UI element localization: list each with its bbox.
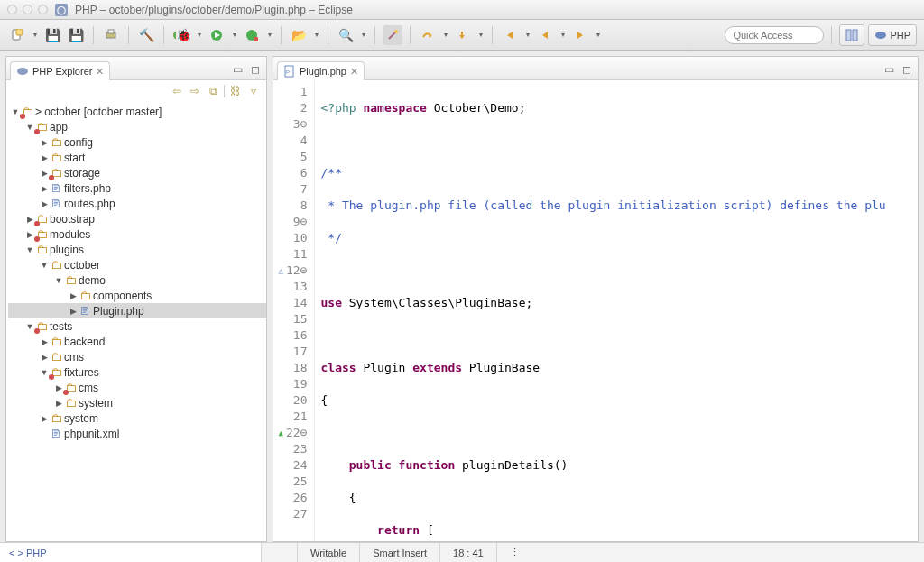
php-perspective-button[interactable]: PHP	[868, 24, 917, 46]
twisty-closed-icon[interactable]: ▶	[39, 199, 50, 208]
tree-item[interactable]: ▼ 🗀 app	[8, 119, 266, 134]
external-tools-button[interactable]	[242, 25, 262, 45]
tree-item[interactable]: ▶ 🗀 cms	[8, 380, 266, 395]
dropdown-icon[interactable]: ▾	[359, 25, 367, 45]
tree-label: system	[79, 397, 113, 410]
nav-back-button[interactable]	[500, 25, 520, 45]
tree-item[interactable]: ▶ 🖹 routes.php	[8, 196, 266, 211]
dropdown-icon[interactable]: ▾	[312, 25, 320, 45]
tab-php-explorer[interactable]: PHP Explorer ✕	[10, 61, 110, 80]
twisty-closed-icon[interactable]: ▶	[68, 307, 79, 316]
view-menu-icon[interactable]: ▿	[246, 84, 261, 98]
step-over-button[interactable]	[418, 25, 438, 45]
close-icon[interactable]: ✕	[96, 66, 104, 78]
tree-item[interactable]: ▶ 🗀 components	[8, 288, 266, 303]
status-cursor: 18 : 41	[440, 543, 497, 562]
nav-fwd-icon[interactable]: ⇨	[188, 84, 202, 98]
dropdown-icon[interactable]: ▾	[265, 25, 273, 45]
twisty-closed-icon[interactable]: ▶	[39, 353, 50, 362]
traffic-close-icon[interactable]	[7, 5, 17, 14]
run-button[interactable]	[207, 25, 226, 45]
nav-back-icon[interactable]: ⇦	[170, 84, 184, 98]
collapse-all-icon[interactable]: ⧉	[206, 84, 220, 98]
tree-item[interactable]: ▶ 🖹 filters.php	[8, 180, 266, 196]
tree-item[interactable]: ▶ 🗀 system	[8, 395, 266, 410]
dropdown-icon[interactable]: ▾	[230, 25, 238, 45]
editor-gutter[interactable]: 123⊖456789⊖1011△12⊖131415161718192021▲22…	[273, 80, 315, 541]
debug-button[interactable]: 🐞	[171, 25, 191, 45]
tree-item[interactable]: ▶ 🗀 storage	[8, 165, 266, 180]
tree-item[interactable]: ▼ 🗀 demo	[8, 272, 266, 288]
tree-label: backend	[64, 336, 105, 348]
maximize-icon[interactable]: ◻	[900, 62, 914, 77]
dropdown-icon[interactable]: ▾	[523, 25, 531, 45]
editor-body[interactable]: 123⊖456789⊖1011△12⊖131415161718192021▲22…	[273, 80, 918, 541]
tree-label: storage	[64, 167, 100, 180]
close-icon[interactable]: ✕	[350, 66, 358, 78]
tree-item[interactable]: ▶ 🗀 cms	[8, 349, 266, 364]
dropdown-icon[interactable]: ▾	[476, 25, 485, 45]
nav-back-history-button[interactable]	[535, 25, 555, 45]
twisty-open-icon[interactable]: ▼	[24, 245, 35, 254]
tree-item[interactable]: ▶ 🗀 bootstrap	[8, 211, 266, 226]
tree-item[interactable]: ▶ 🗀 modules	[8, 226, 266, 242]
twisty-closed-icon[interactable]: ▶	[68, 291, 79, 300]
twisty-closed-icon[interactable]: ▶	[39, 153, 50, 162]
twisty-closed-icon[interactable]: ▶	[39, 337, 50, 346]
tree-item[interactable]: ▼ 🗀 plugins	[8, 242, 266, 257]
open-type-button[interactable]: 📂	[289, 25, 309, 45]
wand-button[interactable]	[383, 25, 402, 45]
tree-item[interactable]: ▼ 🗀 tests	[8, 318, 266, 334]
tree-item[interactable]: 🖹 phpunit.xml	[8, 426, 266, 441]
tree-item[interactable]: ▼ 🗀 fixtures	[8, 364, 266, 380]
dropdown-icon[interactable]: ▾	[441, 25, 449, 45]
twisty-closed-icon[interactable]: ▶	[39, 138, 50, 147]
print-button[interactable]	[101, 25, 121, 45]
tree-item-selected[interactable]: ▶ 🖹 Plugin.php	[8, 303, 266, 318]
status-menu[interactable]: ⋮	[497, 543, 532, 562]
nav-forward-button[interactable]	[570, 25, 590, 45]
status-writable-label: Writable	[310, 548, 346, 558]
tree-item[interactable]: ▶ 🗀 start	[8, 150, 266, 165]
quick-access-input[interactable]	[725, 26, 824, 44]
open-perspective-button[interactable]	[839, 24, 864, 46]
twisty-closed-icon[interactable]: ▶	[39, 184, 50, 193]
svg-rect-10	[853, 30, 857, 41]
step-into-button[interactable]	[453, 25, 473, 45]
status-context: < > PHP	[0, 543, 262, 562]
dropdown-icon[interactable]: ▾	[594, 25, 602, 45]
new-button[interactable]	[7, 25, 27, 45]
twisty-closed-icon[interactable]: ▶	[53, 399, 64, 408]
save-all-button[interactable]: 💾	[66, 25, 86, 45]
editor-panel: P Plugin.php ✕ ▭ ◻ 123⊖456789⊖1011△12⊖13…	[273, 56, 919, 542]
dropdown-icon[interactable]: ▾	[195, 25, 203, 45]
twisty-closed-icon[interactable]: ▶	[39, 414, 50, 423]
traffic-max-icon[interactable]	[38, 5, 48, 14]
tree-item[interactable]: ▶ 🗀 config	[8, 134, 266, 150]
folder-icon: 🗀	[50, 136, 62, 149]
maximize-icon[interactable]: ◻	[248, 62, 263, 77]
twisty-open-icon[interactable]: ▼	[53, 276, 64, 285]
build-button[interactable]: 🔨	[136, 25, 156, 45]
php-file-icon: 🖹	[50, 198, 62, 210]
traffic-min-icon[interactable]	[23, 5, 32, 14]
tree-project[interactable]: ▼ 🗀 > october [october master]	[8, 104, 266, 119]
code-area[interactable]: <?php namespace October\Demo; /** * The …	[315, 80, 918, 541]
search-button[interactable]: 🔍	[336, 25, 356, 45]
tab-plugin-php[interactable]: P Plugin.php ✕	[277, 61, 365, 80]
tree-item[interactable]: ▶ 🗀 system	[8, 410, 266, 426]
dropdown-icon[interactable]: ▾	[31, 25, 39, 45]
save-button[interactable]: 💾	[42, 25, 62, 45]
tree-label: > october [october master]	[35, 106, 162, 118]
explorer-tree[interactable]: ▼ 🗀 > october [october master] ▼ 🗀 app ▶…	[6, 102, 266, 541]
perspective-label: PHP	[890, 30, 910, 41]
minimize-icon[interactable]: ▭	[882, 62, 896, 77]
link-editor-icon[interactable]: ⛓	[228, 84, 243, 98]
twisty-open-icon[interactable]: ▼	[39, 261, 50, 270]
separator	[163, 26, 164, 44]
minimize-icon[interactable]: ▭	[230, 62, 245, 77]
tree-item[interactable]: ▶ 🗀 backend	[8, 334, 266, 349]
tree-item[interactable]: ▼ 🗀 october	[8, 257, 266, 272]
editor-tabbar: P Plugin.php ✕ ▭ ◻	[273, 57, 918, 80]
dropdown-icon[interactable]: ▾	[559, 25, 567, 45]
